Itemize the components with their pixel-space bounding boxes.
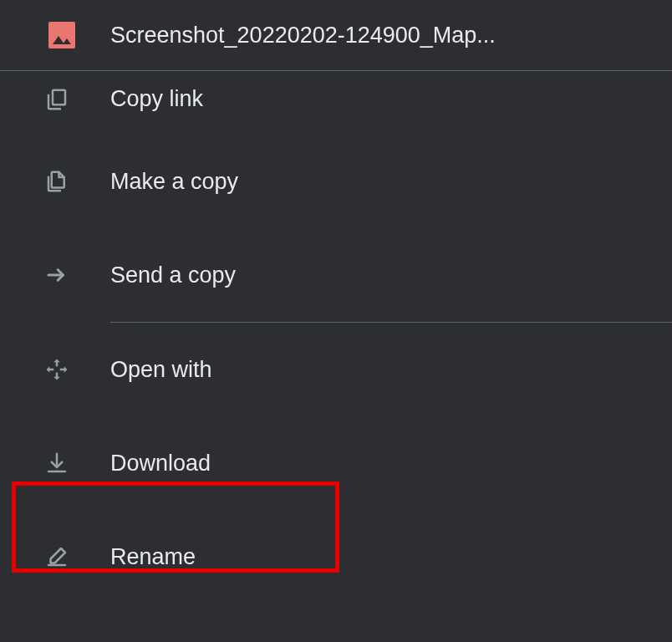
file-header: Screenshot_20220202-124900_Map... xyxy=(0,0,672,71)
image-file-icon xyxy=(48,22,75,48)
make-copy-item[interactable]: Make a copy xyxy=(0,135,672,228)
rename-item[interactable]: Rename xyxy=(0,510,672,604)
download-icon xyxy=(43,450,70,476)
context-menu: Copy link Make a copy Send a copy Ope xyxy=(0,71,672,604)
send-copy-item[interactable]: Send a copy xyxy=(0,228,672,322)
rename-icon xyxy=(43,543,70,570)
file-copy-icon xyxy=(43,168,70,195)
open-with-label: Open with xyxy=(110,357,212,383)
download-label: Download xyxy=(110,451,211,476)
file-name: Screenshot_20220202-124900_Map... xyxy=(110,23,496,48)
open-with-item[interactable]: Open with xyxy=(0,323,672,416)
rename-label: Rename xyxy=(110,544,196,570)
copy-link-label: Copy link xyxy=(110,86,203,112)
send-arrow-icon xyxy=(43,262,70,288)
make-copy-label: Make a copy xyxy=(110,169,238,195)
copy-link-item[interactable]: Copy link xyxy=(0,71,672,135)
svg-rect-0 xyxy=(53,90,65,105)
send-copy-label: Send a copy xyxy=(110,262,236,288)
link-copy-icon xyxy=(43,86,70,113)
download-item[interactable]: Download xyxy=(0,416,672,510)
open-with-icon xyxy=(43,356,70,383)
